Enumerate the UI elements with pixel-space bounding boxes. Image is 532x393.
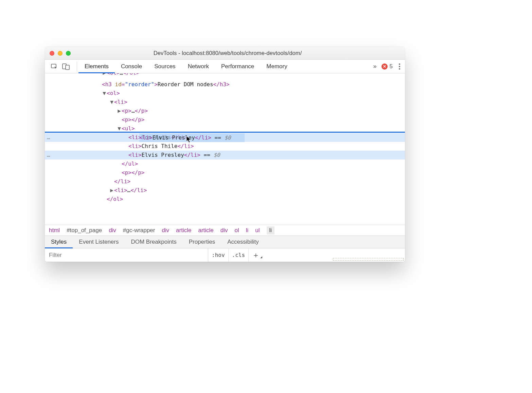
gutter-icon[interactable]: …	[47, 133, 51, 142]
subtab-properties[interactable]: Properties	[183, 236, 221, 248]
hov-toggle[interactable]: :hov	[208, 248, 229, 262]
styles-toolbar: :hov .cls ＋	[45, 248, 405, 262]
subtab-accessibility[interactable]: Accessibility	[221, 236, 265, 248]
dom-line[interactable]: <li>Tom Waits</li>	[45, 133, 405, 142]
styles-subtabs: StylesEvent ListenersDOM BreakpointsProp…	[45, 236, 405, 248]
styles-filter-input[interactable]	[45, 248, 208, 262]
crumb-article[interactable]: article	[198, 227, 213, 234]
dom-line[interactable]: <h3 id="reorder">Reorder DOM nodes</h3>	[45, 80, 405, 89]
crumb-gcwrapper[interactable]: #gc-wrapper	[123, 227, 155, 234]
dom-line[interactable]: <p></p>	[45, 168, 405, 177]
dom-tree[interactable]: ▶<ol>…</ol><h3 id="reorder">Reorder DOM …	[45, 73, 405, 225]
traffic-lights	[45, 51, 71, 56]
tab-console[interactable]: Console	[115, 60, 148, 73]
cls-toggle[interactable]: .cls	[229, 248, 249, 262]
dom-line[interactable]: ▼<ol>	[45, 89, 405, 98]
crumb-html[interactable]: html	[49, 227, 60, 234]
crumb-ul[interactable]: ul	[255, 227, 260, 234]
close-icon[interactable]	[50, 51, 54, 56]
dom-line[interactable]: <li>Chris Thile</li>	[45, 142, 405, 151]
dom-line[interactable]: ▶<li>…</li>	[45, 186, 405, 195]
device-toggle-icon[interactable]	[61, 62, 71, 71]
crumb-article[interactable]: article	[176, 227, 191, 234]
error-badge[interactable]: ✕ 5	[382, 63, 393, 70]
main-toolbar: ElementsConsoleSourcesNetworkPerformance…	[45, 60, 405, 73]
svg-rect-2	[66, 65, 69, 70]
titlebar[interactable]: DevTools - localhost:8080/web/tools/chro…	[45, 47, 405, 60]
tab-elements[interactable]: Elements	[78, 60, 115, 73]
error-icon: ✕	[382, 63, 388, 70]
crumb-li[interactable]: li	[267, 226, 275, 235]
subtab-event-listeners[interactable]: Event Listeners	[73, 236, 125, 248]
separator	[77, 62, 77, 71]
dom-line[interactable]: </ul>	[45, 160, 405, 168]
crumb-li[interactable]: li	[246, 227, 249, 234]
devtools-window: DevTools - localhost:8080/web/tools/chro…	[45, 47, 405, 262]
maximize-icon[interactable]	[66, 51, 71, 56]
drop-indicator	[45, 132, 405, 133]
new-style-rule-button[interactable]: ＋	[249, 250, 263, 260]
box-model-preview	[317, 248, 405, 262]
panel-tabs: ElementsConsoleSourcesNetworkPerformance…	[78, 60, 294, 73]
kebab-menu-icon[interactable]	[397, 62, 402, 71]
window-title: DevTools - localhost:8080/web/tools/chro…	[71, 50, 385, 56]
dom-line[interactable]: <li>Elvis Presley</li> == $0	[45, 151, 405, 160]
subtab-dom-breakpoints[interactable]: DOM Breakpoints	[125, 236, 182, 248]
dom-line[interactable]: </ol>	[45, 195, 405, 204]
gutter-icon[interactable]: …	[47, 151, 51, 160]
crumb-div[interactable]: div	[109, 227, 116, 234]
tab-memory[interactable]: Memory	[260, 60, 293, 73]
tab-performance[interactable]: Performance	[215, 60, 260, 73]
inspect-icon[interactable]	[50, 62, 59, 71]
breadcrumb[interactable]: html#top_of_pagediv#gc-wrapperdivarticle…	[45, 225, 405, 236]
tab-network[interactable]: Network	[182, 60, 215, 73]
dom-line[interactable]: ▼<li>	[45, 98, 405, 107]
overflow-icon[interactable]: »	[373, 63, 377, 70]
crumb-div[interactable]: div	[220, 227, 228, 234]
tab-sources[interactable]: Sources	[148, 60, 181, 73]
crumb-ol[interactable]: ol	[235, 227, 239, 234]
dom-line[interactable]: <p></p>	[45, 115, 405, 124]
crumb-topofpage[interactable]: #top_of_page	[67, 227, 102, 234]
dom-line[interactable]: </li>	[45, 177, 405, 186]
crumb-div[interactable]: div	[162, 227, 169, 234]
subtab-styles[interactable]: Styles	[45, 236, 73, 248]
dom-line[interactable]: ▶<ol>…</ol>	[45, 73, 405, 77]
minimize-icon[interactable]	[58, 51, 63, 56]
dom-line[interactable]: ▶<p>…</p>	[45, 107, 405, 115]
error-count: 5	[390, 63, 393, 70]
